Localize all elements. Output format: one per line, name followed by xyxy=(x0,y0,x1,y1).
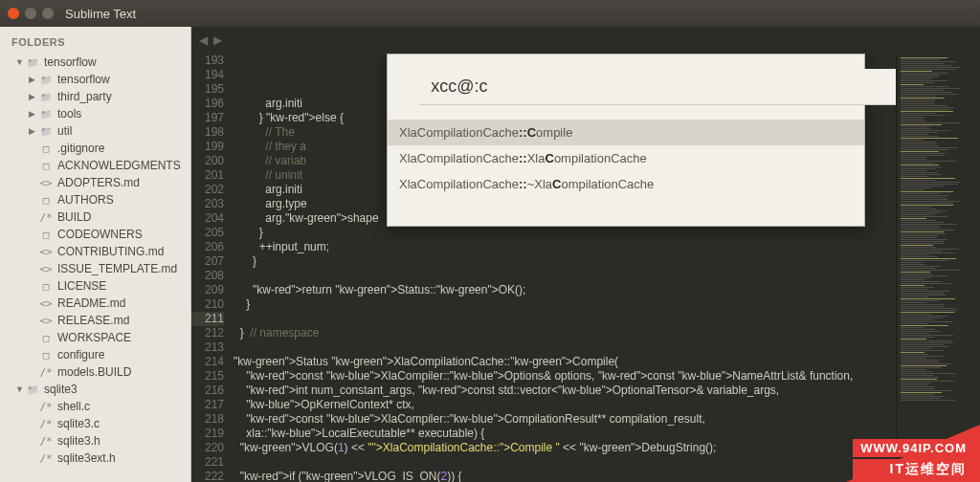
file-item[interactable]: /*sqlite3.c xyxy=(0,415,190,432)
folder-label: tensorflow xyxy=(44,55,97,69)
file-item[interactable]: <>ADOPTERS.md xyxy=(0,174,190,191)
goto-popup: XlaCompilationCache::CompileXlaCompilati… xyxy=(387,54,865,227)
file-icon: <> xyxy=(38,177,54,189)
watermark-url: WWW.94IP.COM xyxy=(853,439,974,457)
folder-icon xyxy=(38,74,54,85)
file-label: WORKSPACE xyxy=(57,331,131,344)
folder-item[interactable]: ▶tools xyxy=(0,105,190,122)
editor-area: ◀ ▶ 193194195196197198199200201202203204… xyxy=(191,27,980,482)
file-item[interactable]: <>README.md xyxy=(0,295,190,312)
file-icon: /* xyxy=(38,211,54,224)
chevron-right-icon: ▶ xyxy=(29,92,38,101)
file-item[interactable]: □configure xyxy=(0,346,190,363)
file-item[interactable]: /*BUILD xyxy=(0,208,190,226)
file-label: sqlite3.c xyxy=(57,417,100,430)
file-icon: /* xyxy=(38,401,54,413)
file-label: configure xyxy=(57,348,104,362)
window-title: Sublime Text xyxy=(65,7,136,21)
goto-input[interactable] xyxy=(419,69,896,105)
tab-prev-icon[interactable]: ◀ xyxy=(199,33,208,47)
folder-label: util xyxy=(57,124,72,138)
chevron-right-icon: ▶ xyxy=(29,126,38,136)
chevron-right-icon: ▶ xyxy=(29,109,38,119)
file-label: CODEOWNERS xyxy=(57,228,143,241)
sidebar: FOLDERS ▼ tensorflow ▶tensorflow▶third_p… xyxy=(0,27,191,482)
file-icon: /* xyxy=(38,418,54,430)
folder-item[interactable]: ▶third_party xyxy=(0,88,190,105)
file-item[interactable]: <>RELEASE.md xyxy=(0,312,190,329)
titlebar: Sublime Text xyxy=(0,0,980,27)
folder-tree: ▼ tensorflow ▶tensorflow▶third_party▶too… xyxy=(0,54,190,467)
file-label: RELEASE.md xyxy=(57,314,129,327)
file-label: .gitignore xyxy=(57,142,104,155)
sidebar-header: FOLDERS xyxy=(0,33,190,54)
file-item[interactable]: /*shell.c xyxy=(0,398,190,415)
file-item[interactable]: <>ISSUE_TEMPLATE.md xyxy=(0,260,190,277)
file-label: models.BUILD xyxy=(57,365,131,379)
code-view[interactable]: XlaCompilationCache::CompileXlaCompilati… xyxy=(234,54,896,482)
folder-item[interactable]: ▶tensorflow xyxy=(0,71,190,88)
file-label: AUTHORS xyxy=(57,193,114,207)
file-icon: <> xyxy=(38,246,54,258)
file-label: sqlite3.h xyxy=(57,434,100,448)
file-icon: □ xyxy=(38,229,54,241)
file-item[interactable]: /*sqlite3ext.h xyxy=(0,449,190,467)
line-gutter: 1931941951961971981992002012022032042052… xyxy=(191,54,234,482)
folder-icon xyxy=(38,108,54,120)
folder-icon xyxy=(25,56,40,68)
file-item[interactable]: □CODEOWNERS xyxy=(0,226,190,243)
file-item[interactable]: □WORKSPACE xyxy=(0,329,190,346)
file-icon: □ xyxy=(38,194,54,207)
file-icon: <> xyxy=(38,297,54,310)
file-icon: /* xyxy=(38,435,54,448)
file-label: sqlite3ext.h xyxy=(57,451,116,465)
folder-root[interactable]: ▼ tensorflow xyxy=(0,54,190,71)
window-buttons xyxy=(8,8,54,19)
file-item[interactable]: □AUTHORS xyxy=(0,191,190,208)
watermark: WWW.94IP.COM IT运维空间 xyxy=(853,439,974,480)
chevron-right-icon: ▶ xyxy=(29,75,38,84)
file-icon: □ xyxy=(38,160,54,172)
file-label: README.md xyxy=(57,296,125,310)
file-label: BUILD xyxy=(57,210,91,224)
file-label: ISSUE_TEMPLATE.md xyxy=(57,262,177,275)
file-icon: <> xyxy=(38,263,54,275)
goto-result[interactable]: XlaCompilationCache::Compile xyxy=(388,120,864,145)
minimize-button[interactable] xyxy=(25,8,36,19)
file-icon: □ xyxy=(38,280,54,293)
folder-label: tensorflow xyxy=(57,73,110,86)
folder-icon xyxy=(38,125,54,137)
tab-next-icon[interactable]: ▶ xyxy=(213,33,222,47)
file-icon: /* xyxy=(38,452,54,465)
file-item[interactable]: /*sqlite3.h xyxy=(0,432,190,449)
file-icon: □ xyxy=(38,142,54,155)
minimap[interactable] xyxy=(896,54,980,482)
file-icon: <> xyxy=(38,315,54,327)
folder-label: tools xyxy=(57,107,81,120)
goto-result[interactable]: XlaCompilationCache::XlaCompilationCache xyxy=(388,145,864,171)
file-item[interactable]: □.gitignore xyxy=(0,140,190,157)
folder-item[interactable]: ▶util xyxy=(0,122,190,140)
file-item[interactable]: □ACKNOWLEDGMENTS xyxy=(0,157,190,174)
tabbar: ◀ ▶ xyxy=(191,27,980,54)
close-button[interactable] xyxy=(8,8,19,19)
folder-root[interactable]: ▼ sqlite3 xyxy=(0,381,190,398)
file-icon: □ xyxy=(38,349,54,362)
watermark-text: IT运维空间 xyxy=(853,459,974,480)
file-item[interactable]: /*models.BUILD xyxy=(0,363,190,381)
file-item[interactable]: □LICENSE xyxy=(0,277,190,295)
folder-icon xyxy=(25,383,40,395)
chevron-down-icon: ▼ xyxy=(15,384,25,394)
folder-label: third_party xyxy=(57,90,112,103)
file-item[interactable]: <>CONTRIBUTING.md xyxy=(0,243,190,260)
folder-icon xyxy=(38,91,54,102)
goto-result[interactable]: XlaCompilationCache::~XlaCompilationCach… xyxy=(388,171,864,197)
folder-label: sqlite3 xyxy=(44,383,78,396)
editor-content[interactable]: 1931941951961971981992002012022032042052… xyxy=(191,54,980,482)
file-label: LICENSE xyxy=(57,279,106,293)
file-icon: /* xyxy=(38,366,54,379)
file-icon: □ xyxy=(38,332,54,344)
maximize-button[interactable] xyxy=(42,8,54,19)
file-label: shell.c xyxy=(57,400,90,413)
file-label: ACKNOWLEDGMENTS xyxy=(57,159,181,172)
